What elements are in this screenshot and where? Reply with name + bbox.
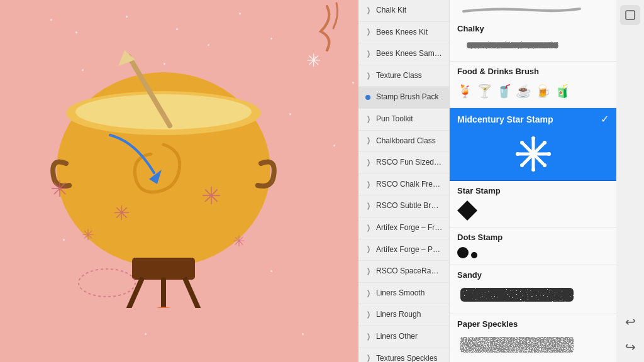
brush-list-item-artifex-painted[interactable]: Artifex Forge – Painte...: [358, 239, 449, 261]
brush-indicator-textures-speckles: [364, 354, 372, 362]
midcentury-star-svg: [514, 135, 552, 173]
paper-speckles-svg: [457, 334, 577, 356]
brush-indicator-liners-rough: [364, 310, 372, 319]
svg-point-24: [520, 163, 524, 167]
brush-list-label-rsco-subtle-brush: RSCO Subtle Brush K...: [376, 201, 449, 210]
svg-point-20: [547, 152, 551, 156]
brush-indicator-chalk-kit: [364, 6, 372, 15]
brush-list-label-rsco-chalk-freebie: RSCO Chalk Freebie: [376, 180, 447, 189]
brush-list-label-liners-smooth: Liners Smooth: [376, 288, 425, 297]
svg-rect-25: [460, 288, 574, 302]
brush-indicator-bees-knees-sample: [364, 50, 372, 58]
snowflake-center: ✳: [113, 201, 130, 225]
snowflake-small-2: ✳: [233, 233, 245, 250]
brush-list-item-rsco-subtle-brush[interactable]: RSCO Subtle Brush K...: [358, 195, 449, 217]
brush-list-item-rsco-fun-sized[interactable]: RSCO Fun Sized Pack: [358, 152, 449, 174]
brush-indicator-texture-class: [364, 72, 372, 80]
snowflake-right: ✳: [201, 182, 221, 210]
star-stamp-preview[interactable]: [450, 198, 616, 228]
dots-stamp-label: Dots Stamp: [450, 228, 616, 244]
brush-list-item-artifex-free[interactable]: Artifex Forge – Free...: [358, 217, 449, 239]
brush-list-label-liners-other: Liners Other: [376, 332, 418, 341]
brush-list-label-rsco-spaceranger: RSCO SpaceRanger...: [376, 266, 449, 275]
blue-arrow: [97, 123, 179, 192]
brush-list-label-liners-rough: Liners Rough: [376, 310, 421, 319]
svg-point-7: [151, 307, 176, 308]
brush-indicator-artifex-free: [364, 224, 372, 233]
star-stamp-diamond: [457, 200, 477, 221]
brush-list-label-textures-speckles: Textures Speckles: [376, 354, 437, 363]
food-drinks-preview[interactable]: 🍹 🍸 🥤 ☕ 🍺 🧃: [450, 79, 616, 108]
rectangle-tool-button[interactable]: [620, 5, 640, 25]
brush-list-label-rsco-fun-sized: RSCO Fun Sized Pack: [376, 158, 449, 167]
chalky-stroke-svg: [457, 38, 570, 52]
selected-checkmark: ✓: [601, 113, 609, 125]
chalky-label: Chalky: [450, 19, 616, 36]
canvas-area: ✳ ✳ ✳ ✳ ✳ ✳: [0, 0, 358, 362]
sandy-stroke-svg: [457, 285, 577, 305]
svg-point-10: [79, 269, 135, 297]
dashed-circle: [75, 264, 138, 302]
svg-point-23: [543, 141, 547, 145]
top-stroke-area: [450, 0, 616, 19]
snowflake-small-1: ✳: [82, 226, 94, 244]
undo-button[interactable]: ↩: [620, 312, 640, 332]
brush-list-item-pun-toolkit[interactable]: Pun Toolkit: [358, 109, 449, 131]
brush-list-label-chalkboard-class: Chalkboard Class: [376, 136, 436, 145]
brush-list-label-pun-toolkit: Pun Toolkit: [376, 114, 413, 123]
svg-line-6: [186, 280, 198, 308]
paper-speckles-preview[interactable]: [450, 331, 616, 362]
brush-list-label-chalk-kit: Chalk Kit: [376, 6, 406, 14]
brush-list-item-stamp-brush-pack[interactable]: Stamp Brush Pack: [358, 87, 449, 109]
brush-list-label-bees-knees-kit: Bees Knees Kit: [376, 28, 428, 36]
brush-list-item-textures-speckles[interactable]: Textures Speckles: [358, 348, 449, 363]
brush-list[interactable]: Chalk KitBees Knees KitBees Knees Sample…: [358, 0, 450, 362]
dots-stamp-shape: [457, 247, 609, 258]
brush-indicator-rsco-chalk-freebie: [364, 180, 372, 189]
star-stamp-label: Star Stamp: [450, 181, 616, 198]
brush-list-item-liners-rough[interactable]: Liners Rough: [358, 304, 449, 326]
redo-button[interactable]: ↪: [620, 337, 640, 357]
brush-list-item-texture-class[interactable]: Texture Class: [358, 65, 449, 87]
brush-detail: Chalky Food & Drinks Brush 🍹 🍸 �: [450, 0, 616, 362]
brush-list-label-bees-knees-sample: Bees Knees Sample: [376, 49, 445, 58]
brush-indicator-pun-toolkit: [364, 115, 372, 124]
brush-list-item-rsco-spaceranger[interactable]: RSCO SpaceRanger...: [358, 261, 449, 283]
svg-rect-27: [626, 11, 635, 19]
starburst-white: ✳: [306, 50, 321, 71]
brush-list-item-bees-knees-sample[interactable]: Bees Knees Sample: [358, 43, 449, 65]
brush-indicator-bees-knees-kit: [364, 28, 372, 36]
svg-rect-12: [467, 42, 558, 48]
midcentury-star-label: Midcentury Star Stamp: [457, 114, 553, 124]
brush-indicator-liners-other: [364, 332, 372, 341]
brush-list-item-liners-other[interactable]: Liners Other: [358, 326, 449, 348]
sandy-preview[interactable]: [450, 282, 616, 314]
svg-point-18: [531, 168, 535, 172]
midcentury-star-preview[interactable]: [450, 130, 616, 181]
midcentury-star-row[interactable]: Midcentury Star Stamp ✓: [450, 108, 616, 130]
brush-indicator-liners-smooth: [364, 289, 372, 298]
brush-indicator-stamp-brush-pack: [364, 93, 372, 102]
dots-stamp-preview[interactable]: [450, 244, 616, 265]
paper-speckles-label: Paper Speckles: [450, 314, 616, 331]
svg-marker-11: [149, 170, 162, 184]
brush-list-item-rsco-chalk-freebie[interactable]: RSCO Chalk Freebie: [358, 174, 449, 196]
brush-indicator-artifex-painted: [364, 245, 372, 254]
svg-point-21: [520, 141, 524, 145]
brush-list-label-stamp-brush-pack: Stamp Brush Pack: [376, 92, 438, 101]
brush-list-item-chalkboard-class[interactable]: Chalkboard Class: [358, 131, 449, 153]
brush-list-item-chalk-kit[interactable]: Chalk Kit: [358, 0, 449, 22]
brush-list-label-artifex-painted: Artifex Forge – Painte...: [376, 245, 449, 254]
svg-point-17: [531, 136, 535, 140]
food-drinks-icons: 🍹 🍸 🥤 ☕ 🍺 🧃: [457, 81, 609, 101]
svg-rect-3: [132, 258, 195, 280]
svg-rect-26: [460, 337, 574, 353]
brush-list-item-liners-smooth[interactable]: Liners Smooth: [358, 283, 449, 305]
chalky-preview[interactable]: [450, 36, 616, 62]
brush-list-label-texture-class: Texture Class: [376, 71, 422, 80]
brush-indicator-rsco-spaceranger: [364, 267, 372, 276]
food-drinks-label: Food & Drinks Brush: [450, 62, 616, 79]
right-panel: Chalk KitBees Knees KitBees Knees Sample…: [358, 0, 644, 362]
sandy-label: Sandy: [450, 265, 616, 282]
brush-list-item-bees-knees-kit[interactable]: Bees Knees Kit: [358, 22, 449, 44]
